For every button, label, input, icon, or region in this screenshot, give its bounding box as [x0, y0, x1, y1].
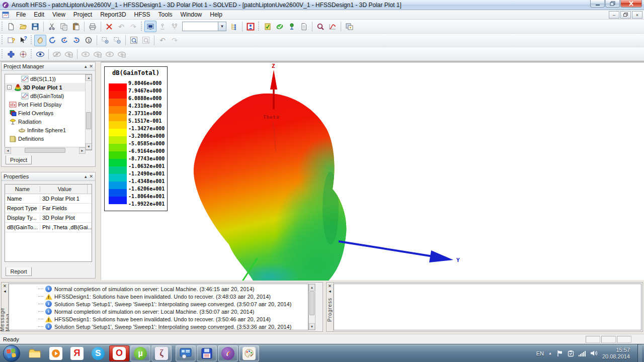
tab-report[interactable]: Report: [6, 267, 32, 276]
panel-splitter[interactable]: [96, 62, 101, 280]
select-object-icon[interactable]: [144, 21, 156, 32]
taskbar-ace-stream[interactable]: ζ: [151, 345, 172, 361]
paste-icon[interactable]: [70, 21, 82, 32]
copy-image-icon[interactable]: [343, 21, 355, 32]
help-project-icon[interactable]: ?: [5, 35, 17, 46]
design-tree-icon[interactable]: [228, 21, 240, 32]
scroll-right-icon[interactable]: ►: [79, 147, 86, 154]
tree-item[interactable]: Radiation: [5, 117, 92, 126]
rotate-x-icon[interactable]: [70, 35, 83, 46]
tree-item[interactable]: Definitions: [5, 134, 92, 143]
property-value[interactable]: Far Fields: [40, 205, 92, 211]
close-icon[interactable]: ✕: [89, 64, 93, 69]
clock[interactable]: 15:57 20.08.2014: [602, 347, 630, 360]
property-value[interactable]: 3D Polar Plot: [40, 215, 92, 221]
view-redo-icon[interactable]: ↷: [169, 35, 181, 46]
taskbar-paint[interactable]: [239, 345, 259, 361]
collapse-expander-icon[interactable]: -: [7, 85, 12, 89]
taskbar-foobar[interactable]: [218, 345, 238, 361]
chevron-down-icon[interactable]: ▼: [218, 22, 226, 31]
message-list[interactable]: i Normal completion of simulation on ser…: [9, 284, 308, 330]
menu-help[interactable]: Help: [206, 10, 226, 19]
zoom-dynamic-icon[interactable]: 1: [83, 35, 95, 46]
report-window-icon[interactable]: [2, 12, 9, 18]
windows-update-icon[interactable]: [568, 350, 574, 357]
tree-item[interactable]: Infinite Sphere1: [5, 126, 92, 134]
column-value[interactable]: Value: [40, 186, 87, 192]
property-row[interactable]: Report Type Far Fields: [5, 204, 92, 213]
copy-icon[interactable]: [58, 21, 70, 32]
property-value[interactable]: Phi ,Theta ,dB(Gai...: [40, 224, 92, 230]
message-row[interactable]: i Solution Setup 'Setup1', Sweep 'Sweep1…: [9, 300, 308, 308]
message-row[interactable]: HFSSDesign1: Solutions have been invalid…: [9, 293, 308, 300]
select-multi-icon[interactable]: [169, 21, 181, 32]
progress-titlebar[interactable]: ✕ ◂ Progress: [327, 283, 334, 331]
fit-selection-icon[interactable]: [140, 35, 152, 46]
toolbar-grip[interactable]: [30, 35, 33, 45]
solve-icon[interactable]: [286, 21, 298, 32]
message-manager-titlebar[interactable]: ✕ ◂ Message Manag: [2, 283, 9, 331]
tree-item[interactable]: dB(GainTotal): [5, 92, 92, 100]
volume-icon[interactable]: [590, 350, 598, 356]
taskbar-skype[interactable]: S: [88, 345, 108, 361]
orient-view-icon[interactable]: [17, 48, 29, 60]
close-icon[interactable]: ✕: [89, 174, 93, 179]
scroll-thumb[interactable]: [86, 112, 91, 129]
pin-icon[interactable]: ▴: [85, 174, 87, 179]
menu-window[interactable]: Window: [177, 10, 206, 19]
menu-edit[interactable]: Edit: [30, 10, 48, 19]
rotate-model-icon[interactable]: [46, 35, 58, 46]
taskbar-explorer[interactable]: [25, 345, 45, 361]
toolbar-grip[interactable]: [140, 22, 143, 32]
scroll-left-icon[interactable]: ◄: [5, 147, 11, 154]
close-icon[interactable]: ✕: [3, 284, 7, 289]
tree-item[interactable]: dB(S(1,1)): [5, 74, 92, 83]
network-signal-icon[interactable]: [579, 350, 586, 356]
scroll-down-icon[interactable]: ▼: [86, 143, 92, 150]
coordinate-combobox[interactable]: ▼: [182, 22, 226, 31]
menu-project[interactable]: Project: [69, 10, 96, 19]
menu-report3d[interactable]: Report3D: [96, 10, 130, 19]
column-name[interactable]: Name: [5, 186, 40, 192]
view-undo-icon[interactable]: ↶: [156, 35, 169, 46]
print-icon[interactable]: [87, 21, 99, 32]
show-visibility-icon[interactable]: [34, 48, 46, 60]
taskbar-media-player[interactable]: [46, 345, 66, 361]
zoom-out-region-icon[interactable]: [111, 35, 123, 46]
pin-icon[interactable]: ▴: [85, 64, 87, 69]
start-button[interactable]: [3, 345, 20, 362]
minimize-button[interactable]: [590, 0, 605, 8]
properties-header[interactable]: Properties ▴✕: [2, 172, 95, 181]
collapse-icon[interactable]: ◂: [329, 289, 331, 294]
save-icon[interactable]: [29, 21, 41, 32]
zoom-search-icon[interactable]: [314, 21, 327, 32]
tree-vertical-scrollbar[interactable]: ▲ ▼: [85, 74, 92, 150]
taskbar-yandex[interactable]: Я: [67, 345, 87, 361]
toolbar-grip[interactable]: [30, 49, 33, 59]
scroll-up-icon[interactable]: ▲: [86, 74, 92, 81]
project-manager-header[interactable]: Project Manager ▴✕: [2, 62, 95, 71]
taskbar-save-tool[interactable]: [197, 345, 217, 361]
property-row[interactable]: dB(GainTo... Phi ,Theta ,dB(Gai...: [5, 223, 92, 232]
boolean-plus-icon[interactable]: [5, 48, 17, 60]
message-row[interactable]: i Normal completion of simulation on ser…: [9, 308, 308, 315]
radiation-pattern-3d[interactable]: Z Theta Y: [101, 62, 644, 281]
visibility-variant-3-icon[interactable]: [104, 48, 116, 60]
action-center-flag-icon[interactable]: [556, 350, 563, 357]
child-minimize-button[interactable]: –: [609, 11, 619, 19]
scroll-thumb[interactable]: [25, 148, 65, 153]
tree-horizontal-scrollbar[interactable]: ◄ ►: [5, 147, 86, 153]
tab-project[interactable]: Project: [6, 155, 32, 164]
3d-polar-plot-view[interactable]: Z Theta Y dB(GainTotal) 9.8046e+000 7.94…: [101, 62, 644, 280]
show-desktop-button[interactable]: [637, 344, 642, 362]
language-indicator[interactable]: EN: [536, 350, 544, 356]
collapse-icon[interactable]: ◂: [4, 289, 6, 294]
open-icon[interactable]: [17, 21, 29, 32]
hide-object-icon[interactable]: [63, 48, 75, 60]
rotate-z-icon[interactable]: [58, 35, 70, 46]
tree-item[interactable]: Port Field Display: [5, 100, 92, 109]
toolbar-grip[interactable]: [1, 49, 4, 59]
message-scrollbar[interactable]: ▲ ▼: [308, 284, 315, 330]
menu-view[interactable]: View: [48, 10, 69, 19]
validate-icon[interactable]: [262, 21, 274, 32]
